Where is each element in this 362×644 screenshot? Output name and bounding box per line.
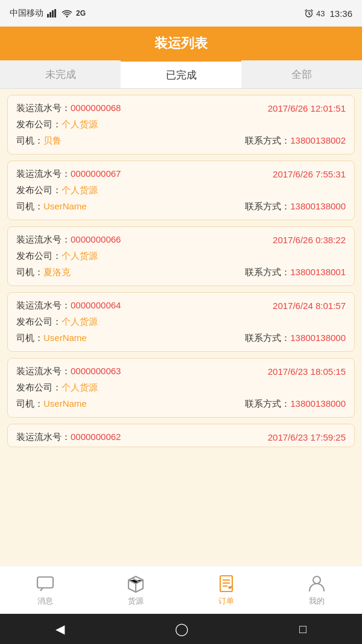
battery-indicator: 43 [316,9,325,18]
box-icon [126,574,145,593]
svg-rect-1 [49,12,51,18]
home-button[interactable]: ◯ [175,622,188,636]
tab-completed[interactable]: 已完成 [121,60,241,88]
signal-icon [47,9,58,18]
svg-rect-3 [54,9,56,18]
person-icon [307,574,326,593]
shipment-card-6[interactable]: 装运流水号：0000000062 2017/6/23 17:59:25 [7,424,355,447]
card-row-serial: 装运流水号：0000000064 2017/6/24 8:01:57 [16,300,346,311]
card-row-serial: 装运流水号：0000000062 2017/6/23 17:59:25 [16,432,346,443]
card-row-driver: 司机：UserName 联系方式：13800138000 [16,333,346,344]
card-row-driver: 司机：UserName 联系方式：13800138000 [16,201,346,212]
card-row-company: 发布公司：个人货源 [16,185,346,196]
svg-rect-0 [47,14,49,18]
card-row-driver: 司机：夏洛克 联系方式：13800138001 [16,267,346,278]
nav-cargo-label: 货源 [128,596,144,607]
card-row-serial: 装运流水号：0000000066 2017/6/26 0:38:22 [16,234,346,246]
current-time: 13:36 [329,8,352,19]
tab-incomplete[interactable]: 未完成 [0,60,121,88]
nav-cargo[interactable]: 货源 [91,566,181,614]
shipment-list: 装运流水号：0000000068 2017/6/26 12:01:51 发布公司… [0,89,362,566]
shipment-card-3[interactable]: 装运流水号：0000000066 2017/6/26 0:38:22 发布公司：… [7,226,355,286]
shipment-card-1[interactable]: 装运流水号：0000000068 2017/6/26 12:01:51 发布公司… [7,95,355,155]
card-row-driver: 司机：UserName 联系方式：13800138000 [16,398,346,410]
nav-message[interactable]: 消息 [0,566,91,614]
card-row-serial: 装运流水号：0000000063 2017/6/23 18:05:15 [16,366,346,377]
nav-message-label: 消息 [37,596,53,607]
wifi-icon [62,9,72,18]
alarm-icon [304,8,314,18]
recents-button[interactable]: □ [299,622,306,636]
card-row-company: 发布公司：个人货源 [16,119,346,130]
nav-order[interactable]: 订单 [181,566,272,614]
chat-icon [36,574,55,593]
nav-mine-label: 我的 [309,596,325,607]
status-bar: 中国移动 2G 43 13:36 [0,0,362,27]
back-button[interactable]: ◀ [56,622,65,636]
card-row-serial: 装运流水号：0000000067 2017/6/26 7:55:31 [16,168,346,180]
card-row-driver: 司机：贝鲁 联系方式：13800138002 [16,135,346,147]
card-row-company: 发布公司：个人货源 [16,250,346,262]
svg-point-10 [313,576,320,584]
svg-rect-2 [52,10,54,18]
svg-rect-5 [37,577,53,588]
nav-mine[interactable]: 我的 [272,566,362,614]
time-battery: 43 13:36 [304,8,352,19]
bottom-nav: 消息 货源 订单 我的 [0,566,362,614]
shipment-card-5[interactable]: 装运流水号：0000000063 2017/6/23 18:05:15 发布公司… [7,358,355,418]
network-type: 2G [76,9,86,18]
card-row-company: 发布公司：个人货源 [16,382,346,394]
carrier-label: 中国移动 [10,8,43,19]
nav-order-label: 订单 [218,596,234,607]
shipment-card-2[interactable]: 装运流水号：0000000067 2017/6/26 7:55:31 发布公司：… [7,161,355,220]
doc-icon [217,574,236,593]
card-row-company: 发布公司：个人货源 [16,316,346,328]
card-row-serial: 装运流水号：0000000068 2017/6/26 12:01:51 [16,103,346,114]
carrier-info: 中国移动 2G [10,8,86,19]
tab-bar: 未完成 已完成 全部 [0,60,362,89]
tab-all[interactable]: 全部 [241,60,362,88]
page-header: 装运列表 [0,27,362,60]
page-title: 装运列表 [154,34,208,53]
shipment-card-4[interactable]: 装运流水号：0000000064 2017/6/24 8:01:57 发布公司：… [7,292,355,352]
system-nav-bar: ◀ ◯ □ [0,614,362,644]
